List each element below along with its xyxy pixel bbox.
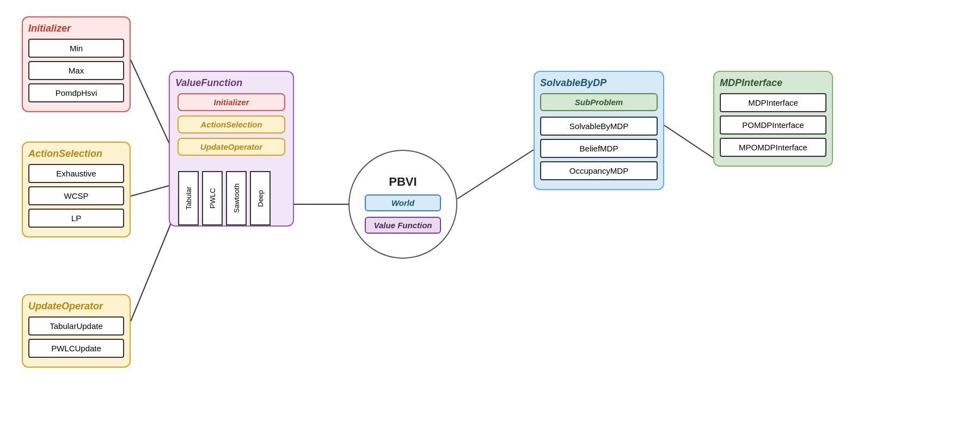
initializer-title: Initializer xyxy=(28,23,124,34)
vf-vertical-boxes: Tabular PWLC Sawtooth Deep xyxy=(178,171,271,225)
initializer-item-min: Min xyxy=(28,39,124,58)
svg-line-0 xyxy=(131,60,171,147)
svg-line-2 xyxy=(131,223,171,321)
vf-vert-tabular: Tabular xyxy=(178,171,199,225)
vf-vert-pwlc: PWLC xyxy=(202,171,223,225)
mpomdp-interface-item: MPOMDPInterface xyxy=(720,138,826,157)
pbvi-title: PBVI xyxy=(389,175,416,189)
occupancy-mdp-item: OccupancyMDP xyxy=(540,161,658,180)
svg-line-5 xyxy=(664,125,713,158)
belief-mdp-item: BeliefMDP xyxy=(540,139,658,158)
solvable-by-dp-title: SolvableByDP xyxy=(540,77,658,89)
action-selection-title: ActionSelection xyxy=(28,148,124,160)
update-operator-group: UpdateOperator TabularUpdate PWLCUpdate xyxy=(22,294,131,368)
update-operator-title: UpdateOperator xyxy=(28,301,124,312)
value-function-title: ValueFunction xyxy=(175,77,287,89)
action-selection-item-lp: LP xyxy=(28,209,124,228)
sub-problem-box: SubProblem xyxy=(540,93,658,111)
initializer-group: Initializer Min Max PomdpHsvi xyxy=(22,16,131,112)
connections-svg xyxy=(0,0,980,433)
action-selection-group: ActionSelection Exhaustive WCSP LP xyxy=(22,142,131,237)
mdp-interface-item: MDPInterface xyxy=(720,93,826,112)
update-operator-item-tabular: TabularUpdate xyxy=(28,316,124,336)
action-selection-item-wcsp: WCSP xyxy=(28,186,124,205)
vf-vert-sawtooth: Sawtooth xyxy=(226,171,247,225)
pbvi-circle: PBVI World Value Function xyxy=(348,150,457,259)
vf-update-operator-box: UpdateOperator xyxy=(177,138,285,156)
svg-line-1 xyxy=(131,185,171,196)
update-operator-item-pwlc: PWLCUpdate xyxy=(28,339,124,358)
mdp-interface-group: MDPInterface MDPInterface POMDPInterface… xyxy=(713,71,833,167)
solvable-by-mdp-item: SolvableByMDP xyxy=(540,117,658,136)
solvable-by-dp-group: SolvableByDP SubProblem SolvableByMDP Be… xyxy=(534,71,664,190)
pbvi-value-function-box: Value Function xyxy=(365,217,441,234)
mdp-interface-title: MDPInterface xyxy=(720,77,826,89)
vf-vert-deep: Deep xyxy=(250,171,271,225)
pbvi-world-box: World xyxy=(365,194,441,211)
vf-initializer-box: Initializer xyxy=(177,93,285,111)
initializer-item-pomdphsvi: PomdpHsvi xyxy=(28,83,124,102)
action-selection-item-exhaustive: Exhaustive xyxy=(28,164,124,183)
value-function-group: ValueFunction Initializer ActionSelectio… xyxy=(169,71,294,227)
svg-line-4 xyxy=(457,150,534,199)
initializer-item-max: Max xyxy=(28,61,124,80)
pomdp-interface-item: POMDPInterface xyxy=(720,115,826,135)
vf-action-selection-box: ActionSelection xyxy=(177,115,285,133)
diagram-container: Initializer Min Max PomdpHsvi ActionSele… xyxy=(0,0,980,433)
